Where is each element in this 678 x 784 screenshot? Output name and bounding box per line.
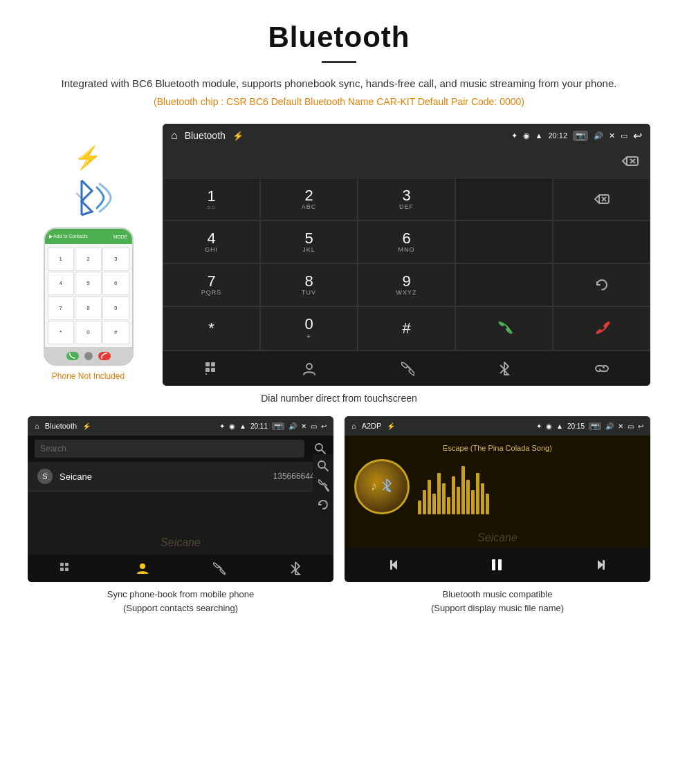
dialer-screen: ⌂ Bluetooth ⚡ ✦ ◉ ▲ 20:12 📷 🔊 ✕ ▭ ↩ <box>163 124 650 386</box>
a2dp-play-pause-icon[interactable] <box>488 556 506 574</box>
svg-line-20 <box>324 467 328 471</box>
dialer-camera-icon[interactable]: 📷 <box>573 131 588 141</box>
a2dp-next-icon[interactable] <box>592 557 607 572</box>
dialer-key-8[interactable]: 8 TUV <box>260 263 358 306</box>
phone-container: ⚡ ▶ Add to Contacts MODE <box>28 144 149 381</box>
phone-key-star[interactable]: * <box>48 321 75 345</box>
phone-key-8[interactable]: 8 <box>75 296 102 320</box>
dialer-key-star[interactable]: * <box>163 306 260 351</box>
phone-call-button[interactable] <box>66 352 79 360</box>
dialer-key-3[interactable]: 3 DEF <box>358 178 455 221</box>
phone-end-button[interactable] <box>98 352 111 360</box>
svg-rect-22 <box>65 563 68 566</box>
phone-home-button[interactable] <box>84 352 93 360</box>
a2dp-home-icon[interactable]: ⌂ <box>351 422 356 430</box>
phone-key-3[interactable]: 3 <box>102 247 129 271</box>
pb-camera-icon[interactable]: 📷 <box>272 422 284 430</box>
dialer-key-9[interactable]: 9 WXYZ <box>358 263 455 306</box>
search-icon[interactable] <box>314 442 327 455</box>
phone-key-9[interactable]: 9 <box>102 296 129 320</box>
dialer-home-icon[interactable]: ⌂ <box>171 129 178 142</box>
a2dp-prev-icon[interactable] <box>387 557 403 572</box>
phone-bottom <box>45 347 132 364</box>
a2dp-vol-icon[interactable]: 🔊 <box>605 422 614 430</box>
side-search-icon[interactable] <box>317 460 329 472</box>
a2dp-controls <box>345 548 650 582</box>
pb-time: 20:11 <box>250 422 268 430</box>
dialer-bottom-bluetooth[interactable] <box>455 351 553 386</box>
svg-line-15 <box>500 365 504 369</box>
phone-top-bar-mode: MODE <box>113 234 128 239</box>
phonebook-contact-row[interactable]: S Seicane 13566664466 <box>28 462 333 492</box>
phonebook-search-bar: Search <box>35 440 304 458</box>
phone-key-6[interactable]: 6 <box>102 272 129 296</box>
dialer-bottom-contacts[interactable] <box>260 351 358 386</box>
dialer-key-refresh[interactable] <box>553 263 650 306</box>
dialer-key-hash[interactable]: # <box>358 306 455 351</box>
svg-point-25 <box>140 563 145 569</box>
dialer-key-7[interactable]: 7 PQRS <box>163 263 260 306</box>
dialer-key-4[interactable]: 4 GHI <box>163 221 260 263</box>
svg-line-31 <box>383 482 387 486</box>
phone-not-included-label: Phone Not Included <box>52 371 125 381</box>
page-wrapper: Bluetooth Integrated with BC6 Bluetooth … <box>0 0 678 652</box>
pb-vol-icon[interactable]: 🔊 <box>288 422 297 430</box>
svg-marker-38 <box>598 560 603 570</box>
phone-key-2[interactable]: 2 <box>75 247 102 271</box>
dialer-close-icon[interactable]: ✕ <box>609 131 615 140</box>
dialer-window-icon[interactable]: ▭ <box>621 131 627 140</box>
a2dp-topbar-left: ⌂ A2DP ⚡ <box>351 422 395 430</box>
dialer-key-0[interactable]: 0 + <box>260 306 358 351</box>
dialer-bottom-phone[interactable] <box>358 351 455 386</box>
a2dp-win-icon[interactable]: ▭ <box>627 422 634 430</box>
dialer-bottom-grid[interactable] <box>163 351 260 386</box>
phone-icon <box>399 361 414 376</box>
side-refresh-icon[interactable] <box>317 498 329 511</box>
pb-x-icon[interactable]: ✕ <box>301 422 306 430</box>
a2dp-time: 20:15 <box>567 422 585 430</box>
dialer-keypad: 1 ⌂⌂ 2 ABC 3 DEF <box>163 178 650 351</box>
side-phone-icon[interactable] <box>317 479 329 492</box>
pb-signal-icon: ▲ <box>239 422 246 430</box>
pb-bottom-grid-icon[interactable] <box>59 561 73 575</box>
phonebook-search-area: Search <box>28 436 333 462</box>
pb-usb-icon: ⚡ <box>82 422 91 430</box>
phonebook-block: ⌂ Bluetooth ⚡ ✦ ◉ ▲ 20:11 📷 🔊 ✕ <box>28 416 333 615</box>
dialer-volume-icon[interactable]: 🔊 <box>594 131 603 140</box>
call-icon <box>495 319 514 338</box>
a2dp-x-icon[interactable]: ✕ <box>618 422 623 430</box>
dialer-bottom-link[interactable] <box>553 351 650 386</box>
dialer-end-button[interactable] <box>553 306 650 351</box>
dialer-back-icon[interactable]: ↩ <box>633 129 642 142</box>
pb-bottom-phone-icon[interactable] <box>212 561 226 575</box>
pb-bottom-bt-icon[interactable] <box>288 561 302 575</box>
chip-info: (Bluetooth chip : CSR BC6 Default Blueto… <box>28 96 650 107</box>
dialer-key-empty-2 <box>455 221 553 263</box>
a2dp-screenshot: ⌂ A2DP ⚡ ✦ ◉ ▲ 20:15 📷 🔊 ✕ ▭ ↩ <box>345 416 650 582</box>
phone-key-hash[interactable]: # <box>102 321 129 345</box>
a2dp-back-icon[interactable]: ↩ <box>638 422 643 430</box>
dialer-key-5[interactable]: 5 JKL <box>260 221 358 263</box>
backspace-button[interactable] <box>620 154 639 171</box>
phone-key-4[interactable]: 4 <box>48 272 75 296</box>
link-icon <box>594 361 610 376</box>
phonebook-screenshot: ⌂ Bluetooth ⚡ ✦ ◉ ▲ 20:11 📷 🔊 ✕ <box>28 416 333 582</box>
phone-key-5[interactable]: 5 <box>75 272 102 296</box>
dialer-key-empty-3 <box>553 221 650 263</box>
dialer-key-2[interactable]: 2 ABC <box>260 178 358 221</box>
dialer-call-button[interactable] <box>455 306 553 351</box>
phonebook-topbar: ⌂ Bluetooth ⚡ ✦ ◉ ▲ 20:11 📷 🔊 ✕ <box>28 416 333 436</box>
svg-rect-39 <box>603 560 605 570</box>
phone-key-0[interactable]: 0 <box>75 321 102 345</box>
pb-home-icon[interactable]: ⌂ <box>35 422 39 430</box>
dialer-key-backspace[interactable] <box>553 178 650 221</box>
phone-key-1[interactable]: 1 <box>48 247 75 271</box>
pb-bt-icon: ✦ <box>219 422 225 430</box>
dialer-key-1[interactable]: 1 ⌂⌂ <box>163 178 260 221</box>
pb-win-icon[interactable]: ▭ <box>311 422 317 430</box>
phone-key-7[interactable]: 7 <box>48 296 75 320</box>
pb-back-icon[interactable]: ↩ <box>321 422 327 430</box>
dialer-key-6[interactable]: 6 MNO <box>358 221 455 263</box>
pb-bottom-user-icon[interactable] <box>136 561 149 575</box>
a2dp-camera-icon[interactable]: 📷 <box>589 422 601 430</box>
